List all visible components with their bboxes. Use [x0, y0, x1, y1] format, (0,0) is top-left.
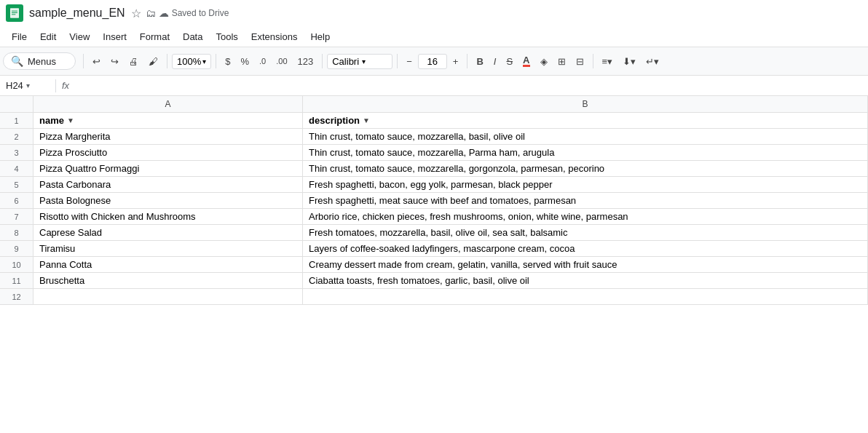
italic-button[interactable]: I [489, 53, 501, 70]
table-row: 9 Tiramisu Layers of coffee-soaked ladyf… [0, 241, 868, 257]
cell-b[interactable]: Thin crust, tomato sauce, mozzarella, ba… [303, 129, 868, 144]
folder-icon[interactable]: 🗂 [146, 7, 156, 19]
fill-color-icon: ◈ [540, 56, 548, 67]
menu-tools[interactable]: Tools [210, 29, 243, 44]
cell-a[interactable]: Risotto with Chicken and Mushrooms [33, 209, 303, 224]
filter-icon-a[interactable]: ▼ [67, 116, 74, 124]
svg-rect-3 [12, 14, 15, 15]
col-header-b[interactable]: B [303, 96, 868, 112]
title-icons: ☆ 🗂 [131, 7, 156, 20]
cell-b[interactable]: Fresh spaghetti, bacon, egg yolk, parmes… [303, 177, 868, 192]
wrap-button[interactable]: ↵▾ [642, 53, 663, 70]
cell-ref-dropdown[interactable]: ▾ [26, 82, 30, 90]
divider-7 [593, 54, 593, 68]
cell-a[interactable]: Bruschetta [33, 273, 303, 288]
table-row: 10 Panna Cotta Creamy dessert made from … [0, 257, 868, 273]
format-123-button[interactable]: 123 [293, 53, 318, 70]
menu-view[interactable]: View [63, 29, 95, 44]
cell-b[interactable]: Thin crust, tomato sauce, mozzarella, go… [303, 161, 868, 176]
star-icon[interactable]: ☆ [131, 7, 141, 20]
cell-a[interactable]: Tiramisu [33, 241, 303, 256]
table-row: 4 Pizza Quattro Formaggi Thin crust, tom… [0, 161, 868, 177]
decimal-up-button[interactable]: .00 [272, 54, 291, 68]
table-row: 7 Risotto with Chicken and Mushrooms Arb… [0, 209, 868, 225]
font-size-decrease-button[interactable]: − [402, 53, 417, 70]
font-size-increase-button[interactable]: + [449, 53, 463, 70]
cell-b[interactable]: Layers of coffee-soaked ladyfingers, mas… [303, 241, 868, 256]
valign-button[interactable]: ⬇▾ [618, 53, 640, 70]
cell-reference[interactable]: H24 ▾ [6, 80, 50, 91]
title-bar: sample_menu_EN ☆ 🗂 ☁ Saved to Drive [0, 0, 868, 26]
cell-a[interactable] [33, 289, 303, 304]
toolbar: 🔍 Menus ↩ ↪ 🖨 🖌 100% ▾ $ % .0 .00 123 Ca… [0, 47, 868, 76]
undo-button[interactable]: ↩ [88, 53, 105, 70]
cell-b[interactable] [303, 289, 868, 304]
cloud-icon: ☁ [159, 7, 169, 19]
menu-file[interactable]: File [6, 29, 33, 44]
font-color-button[interactable]: A [518, 52, 534, 70]
file-title: sample_menu_EN [29, 7, 125, 20]
align-button[interactable]: ≡▾ [598, 53, 618, 70]
svg-rect-1 [12, 11, 17, 12]
menu-extensions[interactable]: Extensions [245, 29, 304, 44]
col-header-a[interactable]: A [33, 96, 303, 112]
menu-help[interactable]: Help [304, 29, 336, 44]
bold-button[interactable]: B [472, 53, 487, 70]
cell-b[interactable]: Arborio rice, chicken pieces, fresh mush… [303, 209, 868, 224]
filter-icon-b[interactable]: ▼ [363, 116, 370, 124]
menu-format[interactable]: Format [134, 29, 175, 44]
cell-a[interactable]: Pizza Quattro Formaggi [33, 161, 303, 176]
cell-a[interactable]: Panna Cotta [33, 257, 303, 272]
cell-a[interactable]: name▼ [33, 113, 303, 128]
row-number: 3 [0, 145, 33, 160]
column-headers: A B [0, 96, 868, 113]
zoom-dropdown-icon: ▾ [202, 57, 206, 65]
formula-divider [55, 79, 56, 92]
cell-a[interactable]: Pizza Prosciutto [33, 145, 303, 160]
cell-a[interactable]: Pasta Carbonara [33, 177, 303, 192]
paint-format-button[interactable]: 🖌 [144, 53, 162, 70]
menu-insert[interactable]: Insert [97, 29, 133, 44]
print-button[interactable]: 🖨 [125, 53, 143, 70]
divider-4 [322, 54, 323, 68]
menu-edit[interactable]: Edit [34, 29, 62, 44]
borders-button[interactable]: ⊞ [553, 53, 570, 70]
merge-button[interactable]: ⊟ [572, 53, 588, 70]
menu-data[interactable]: Data [177, 29, 208, 44]
font-dropdown-icon: ▾ [362, 57, 366, 65]
zoom-value: 100% [177, 56, 201, 67]
row-number: 7 [0, 209, 33, 224]
font-color-icon: A [523, 55, 529, 67]
cell-b[interactable]: description▼ [303, 113, 868, 128]
decimal-down-button[interactable]: .0 [255, 54, 270, 68]
table-row: 6 Pasta Bolognese Fresh spaghetti, meat … [0, 193, 868, 209]
row-number: 1 [0, 113, 33, 128]
fill-color-button[interactable]: ◈ [536, 53, 552, 70]
strikethrough-button[interactable]: S [502, 53, 517, 70]
saved-status: ☁ Saved to Drive [159, 7, 229, 19]
cell-a[interactable]: Pasta Bolognese [33, 193, 303, 208]
row-number: 8 [0, 225, 33, 240]
font-size-input[interactable]: 16 [418, 54, 447, 69]
cell-b[interactable]: Fresh tomatoes, mozzarella, basil, olive… [303, 225, 868, 240]
table-row: 11 Bruschetta Ciabatta toasts, fresh tom… [0, 273, 868, 289]
redo-button[interactable]: ↪ [106, 53, 123, 70]
cell-b[interactable]: Ciabatta toasts, fresh tomatoes, garlic,… [303, 273, 868, 288]
zoom-control[interactable]: 100% ▾ [172, 54, 211, 69]
row-number: 12 [0, 289, 33, 304]
table-row: 3 Pizza Prosciutto Thin crust, tomato sa… [0, 145, 868, 161]
table-row: 1 name▼ description▼ [0, 113, 868, 129]
toolbar-search[interactable]: 🔍 Menus [3, 52, 76, 70]
fx-label: fx [62, 80, 69, 91]
currency-button[interactable]: $ [221, 53, 234, 70]
cell-b[interactable]: Fresh spaghetti, meat sauce with beef an… [303, 193, 868, 208]
row-num-header [0, 96, 33, 112]
cell-b[interactable]: Thin crust, tomato sauce, mozzarella, Pa… [303, 145, 868, 160]
cell-a[interactable]: Caprese Salad [33, 225, 303, 240]
font-name-selector[interactable]: Calibri ▾ [327, 54, 392, 69]
cell-a[interactable]: Pizza Margherita [33, 129, 303, 144]
cell-b[interactable]: Creamy dessert made from cream, gelatin,… [303, 257, 868, 272]
table-row: 2 Pizza Margherita Thin crust, tomato sa… [0, 129, 868, 145]
percent-button[interactable]: % [236, 53, 253, 70]
search-icon: 🔍 [11, 55, 23, 67]
